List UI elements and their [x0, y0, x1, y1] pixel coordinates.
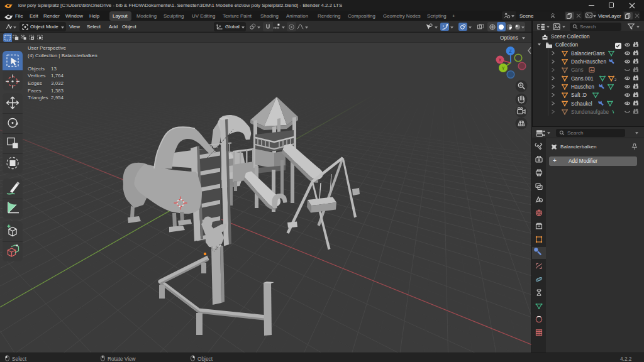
svg-text:BalancierGans: BalancierGans — [571, 51, 605, 57]
svg-text:Z: Z — [509, 49, 512, 53]
svg-text:2: 2 — [614, 78, 616, 82]
svg-text:Häuschen: Häuschen — [571, 84, 594, 90]
svg-text:Y: Y — [502, 66, 505, 70]
svg-text:Stundenaufgabe: Stundenaufgabe — [571, 109, 609, 115]
svg-text:Schaukel: Schaukel — [571, 101, 592, 107]
svg-text:X: X — [499, 58, 502, 62]
svg-text:Saft :D: Saft :D — [571, 92, 587, 98]
svg-text:Gans.001: Gans.001 — [571, 76, 594, 82]
svg-text:DachHäuschen: DachHäuschen — [571, 59, 606, 65]
svg-text:Gans: Gans — [571, 67, 584, 73]
